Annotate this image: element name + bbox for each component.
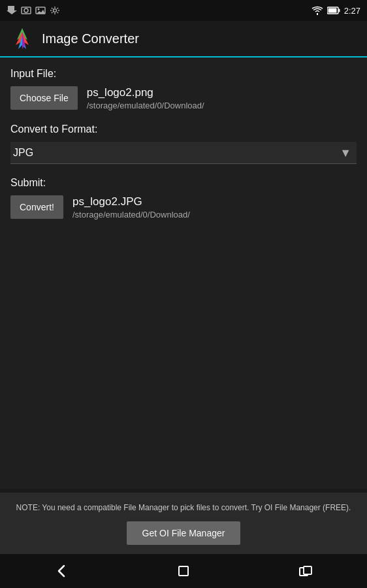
svg-point-7 [54, 9, 57, 12]
settings-icon [50, 6, 60, 15]
app-bar: Image Converter [0, 21, 367, 57]
download-icon [7, 6, 17, 15]
get-file-manager-button[interactable]: Get OI File Manager [127, 521, 241, 545]
note-text: NOTE: You need a compatible File Manager… [10, 502, 357, 514]
home-button[interactable] [161, 555, 206, 587]
screenshot-icon [21, 6, 31, 15]
recent-apps-button[interactable] [283, 555, 328, 587]
svg-point-3 [24, 8, 28, 12]
format-section: Convert to Format: JPG PNG BMP GIF WEBP … [10, 123, 357, 164]
convert-button[interactable]: Convert! [10, 195, 63, 219]
format-label: Convert to Format: [10, 123, 357, 135]
svg-rect-17 [304, 566, 311, 574]
format-dropdown-wrapper: JPG PNG BMP GIF WEBP ▼ [10, 142, 357, 164]
format-select[interactable]: JPG PNG BMP GIF WEBP [10, 142, 357, 164]
app-title: Image Converter [42, 31, 139, 46]
svg-rect-9 [338, 9, 340, 12]
back-button[interactable] [39, 555, 84, 587]
svg-point-5 [38, 8, 40, 10]
output-file-info: ps_logo2.JPG /storage/emulated/0/Downloa… [72, 195, 190, 220]
status-icons-right: 2:27 [311, 6, 360, 16]
app-logo [10, 27, 34, 50]
battery-icon [327, 7, 340, 14]
svg-rect-15 [179, 566, 188, 576]
input-file-name: ps_logo2.png [87, 86, 204, 99]
output-file-path: /storage/emulated/0/Download/ [72, 210, 190, 220]
output-file-name: ps_logo2.JPG [72, 195, 190, 208]
choose-file-button[interactable]: Choose File [10, 86, 78, 110]
submit-row: Convert! ps_logo2.JPG /storage/emulated/… [10, 195, 357, 220]
svg-marker-6 [37, 10, 45, 14]
status-icons-left [7, 6, 60, 15]
svg-rect-10 [328, 8, 336, 13]
submit-section: Submit: Convert! ps_logo2.JPG /storage/e… [10, 177, 357, 220]
input-file-label: Input File: [10, 68, 357, 80]
photo-icon [35, 6, 46, 15]
nav-bar [0, 554, 367, 588]
input-file-path: /storage/emulated/0/Download/ [87, 101, 204, 110]
input-file-row: Choose File ps_logo2.png /storage/emulat… [10, 86, 357, 110]
bottom-note: NOTE: You need a compatible File Manager… [0, 493, 367, 554]
submit-label: Submit: [10, 177, 357, 189]
clock: 2:27 [344, 6, 360, 16]
main-content: Input File: Choose File ps_logo2.png /st… [0, 57, 367, 489]
input-file-info: ps_logo2.png /storage/emulated/0/Downloa… [87, 86, 204, 110]
status-bar: 2:27 [0, 0, 367, 21]
input-file-section: Input File: Choose File ps_logo2.png /st… [10, 68, 357, 110]
wifi-icon [311, 6, 323, 15]
